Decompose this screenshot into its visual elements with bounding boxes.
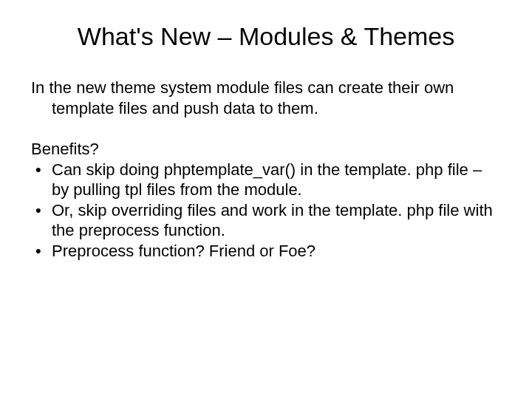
list-item: Or, skip overriding files and work in th… bbox=[31, 200, 501, 241]
slide-title: What's New – Modules & Themes bbox=[31, 22, 501, 51]
benefits-list: Can skip doing phptemplate_var() in the … bbox=[31, 160, 501, 262]
slide-body: In the new theme system module files can… bbox=[31, 78, 501, 261]
benefits-label: Benefits? bbox=[31, 139, 501, 160]
slide: What's New – Modules & Themes In the new… bbox=[0, 0, 532, 399]
list-item: Preprocess function? Friend or Foe? bbox=[31, 241, 501, 262]
intro-paragraph: In the new theme system module files can… bbox=[31, 78, 501, 118]
list-item: Can skip doing phptemplate_var() in the … bbox=[31, 160, 501, 200]
